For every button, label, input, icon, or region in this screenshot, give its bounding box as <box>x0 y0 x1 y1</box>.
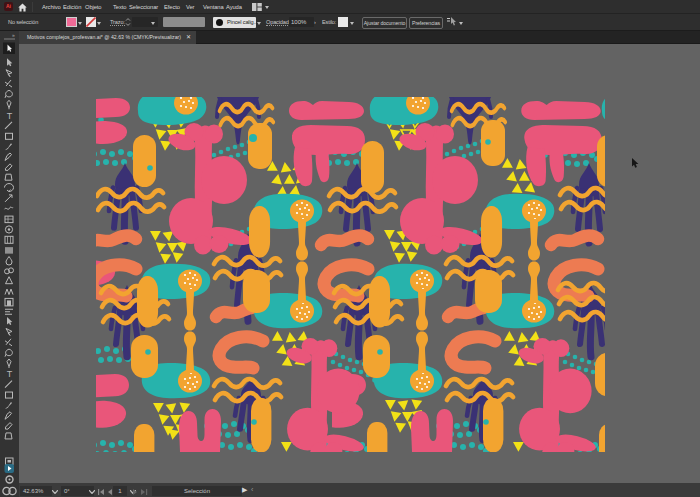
svg-text:T: T <box>7 111 13 121</box>
svg-text:T: T <box>7 369 13 379</box>
